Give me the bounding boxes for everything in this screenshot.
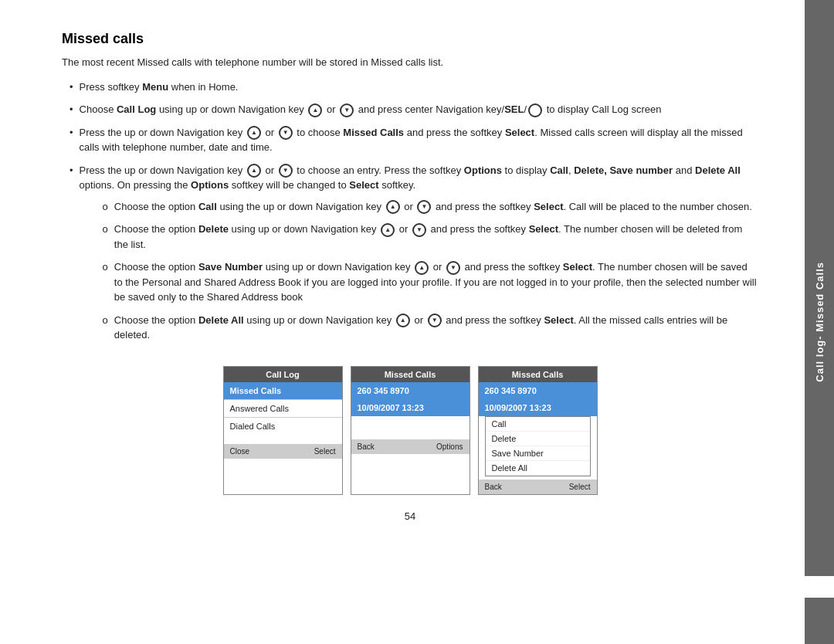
list-item: Choose Call Log using up or down Navigat… [62, 102, 758, 117]
screen3-footer-right: Select [569, 483, 591, 491]
nav-down-icon [279, 164, 293, 178]
nav-center-icon [528, 103, 542, 117]
screen1-item-missed-calls: Missed Calls [224, 382, 342, 399]
screen2-footer-left: Back [358, 442, 375, 451]
screen2-item-datetime: 10/09/2007 13:23 [351, 399, 470, 416]
bold-delete-all: Delete All [695, 164, 741, 176]
screen3-body: 260 345 8970 10/09/2007 13:23 Call Delet… [479, 382, 597, 476]
screen1-footer: Close Select [224, 444, 342, 459]
sub-bullet-2: Choose the option Delete using up or dow… [114, 222, 758, 252]
screen1-footer-left: Close [230, 447, 250, 456]
bold-call: Call [550, 164, 568, 176]
bold-call-opt: Call [198, 201, 217, 212]
screen3-dropdown-delete-all: Delete All [486, 461, 590, 476]
screen3-item-number: 260 345 8970 [479, 382, 597, 399]
screen2-body: 260 345 8970 10/09/2007 13:23 [351, 382, 470, 439]
screen3-item-datetime: 10/09/2007 13:23 [479, 399, 597, 416]
bullet-list: Press softkey Menu when in Home. Choose … [62, 80, 758, 351]
screen1-footer-right: Select [314, 447, 336, 456]
bullet-4-content: Press the up or down Navigation key or t… [80, 163, 758, 351]
nav-down-icon [279, 126, 293, 140]
bullet-1-content: Press softkey Menu when in Home. [80, 80, 758, 95]
nav-down-icon [446, 261, 460, 275]
sub-list-item: Choose the option Delete using up or dow… [95, 222, 758, 252]
list-item: Press the up or down Navigation key or t… [62, 163, 758, 351]
screen3: Missed Calls 260 345 8970 10/09/2007 13:… [478, 366, 598, 495]
sub-list-item: Choose the option Call using the up or d… [95, 199, 758, 215]
bold-menu: Menu [142, 81, 168, 93]
nav-up-icon [386, 200, 400, 214]
sub-list-item: Choose the option Save Number using up o… [95, 259, 758, 305]
main-content: Missed calls The most recent Missed call… [0, 0, 805, 644]
bold-select2: Select [349, 179, 378, 191]
bullet-2-content: Choose Call Log using up or down Navigat… [80, 102, 758, 117]
screen2-footer-right: Options [436, 442, 463, 451]
page-container: Missed calls The most recent Missed call… [0, 0, 834, 644]
screen1-body: Missed Calls Answered Calls Dialed Calls [224, 382, 342, 444]
bold-missed-calls: Missed Calls [343, 127, 404, 138]
screen3-footer: Back Select [479, 480, 597, 494]
bullet-3-content: Press the up or down Navigation key or t… [80, 125, 758, 155]
screen3-dropdown-save-number: Save Number [486, 446, 590, 461]
side-tab-text: Call log- Missed Calls [810, 254, 829, 390]
nav-down-icon [428, 314, 442, 327]
nav-up-icon [396, 314, 410, 327]
page-title: Missed calls [62, 31, 758, 47]
nav-up-icon [247, 164, 261, 178]
nav-down-icon [340, 103, 354, 117]
bold-select-s2: Select [529, 223, 558, 235]
bold-options2: Options [191, 179, 229, 191]
screen2-footer: Back Options [351, 439, 470, 454]
screen3-dropdown-delete: Delete [486, 432, 590, 446]
list-item: Press softkey Menu when in Home. [62, 80, 758, 95]
intro-text: The most recent Missed calls with teleph… [62, 55, 758, 70]
bold-select: Select [505, 127, 534, 138]
nav-up-icon [381, 223, 395, 237]
bold-sel: SEL [504, 103, 524, 115]
screen1: Call Log Missed Calls Answered Calls Dia… [223, 366, 343, 495]
side-tab-white-bar [805, 576, 834, 598]
sub-bullet-4: Choose the option Delete All using up or… [114, 313, 758, 343]
bold-select-s3: Select [563, 261, 592, 273]
bold-save-number: Save Number [198, 261, 263, 273]
screen1-item-answered-calls: Answered Calls [224, 400, 342, 417]
bold-options: Options [464, 164, 502, 176]
bold-delete-opt: Delete [198, 223, 229, 235]
nav-down-icon [417, 200, 431, 214]
screen2-item-number: 260 345 8970 [351, 382, 470, 399]
screen2-header: Missed Calls [351, 367, 470, 382]
screen2: Missed Calls 260 345 8970 10/09/2007 13:… [351, 366, 470, 495]
page-number: 54 [62, 510, 758, 522]
screenshots-container: Call Log Missed Calls Answered Calls Dia… [62, 366, 758, 495]
screen3-header: Missed Calls [479, 367, 597, 382]
bold-select-s1: Select [534, 201, 563, 212]
bold-delete-all-opt: Delete All [198, 314, 244, 326]
nav-up-icon [247, 126, 261, 140]
screen1-header: Call Log [224, 367, 342, 382]
sub-bullet-3: Choose the option Save Number using up o… [114, 259, 758, 305]
bold-delete-save: Delete, Save number [574, 164, 673, 176]
nav-up-icon [415, 261, 429, 275]
sub-bullet-1: Choose the option Call using the up or d… [114, 199, 758, 215]
screen3-dropdown: Call Delete Save Number Delete All [485, 416, 591, 476]
screen1-item-dialed-calls: Dialed Calls [224, 418, 342, 435]
bold-select-s4: Select [544, 314, 573, 326]
list-item: Press the up or down Navigation key or t… [62, 125, 758, 155]
screen3-footer-left: Back [485, 483, 502, 491]
bold-call-log: Call Log [117, 103, 156, 115]
sub-list-item: Choose the option Delete All using up or… [95, 313, 758, 343]
screen3-dropdown-call: Call [486, 417, 590, 432]
side-tab: Call log- Missed Calls [805, 0, 834, 644]
sub-bullet-list: Choose the option Call using the up or d… [95, 199, 758, 343]
nav-down-icon [412, 223, 426, 237]
nav-up-icon [308, 103, 322, 117]
